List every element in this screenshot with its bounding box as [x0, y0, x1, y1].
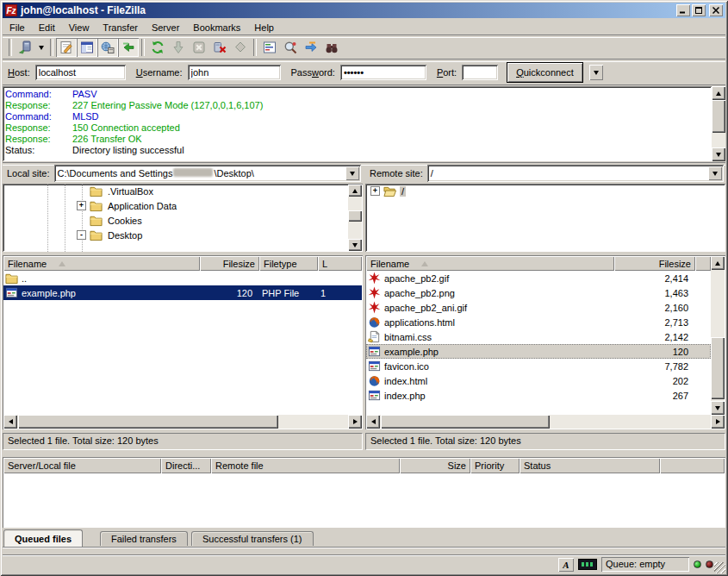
local-horizontal-scrollbar[interactable] — [3, 415, 362, 429]
remote-horizontal-scrollbar[interactable] — [366, 415, 725, 429]
tree-item-root[interactable]: +/ — [365, 184, 725, 198]
column-header-last-modified[interactable]: L — [318, 256, 362, 271]
toggle-message-log-button[interactable] — [56, 38, 77, 57]
menu-server[interactable]: Server — [145, 21, 186, 34]
local-tree-scrollbar[interactable] — [348, 185, 362, 251]
remote-site-dropdown-button[interactable] — [708, 166, 722, 180]
quickconnect-dropdown-button[interactable] — [589, 65, 603, 80]
column-header-status[interactable]: Status — [520, 458, 660, 473]
scroll-up-button[interactable] — [712, 86, 725, 100]
scroll-up-button[interactable] — [348, 185, 362, 197]
menu-transfer[interactable]: Transfer — [96, 21, 145, 34]
local-site-dropdown-button[interactable] — [345, 166, 359, 180]
scroll-right-button[interactable] — [711, 415, 725, 429]
cancel-operation-button[interactable] — [189, 38, 209, 57]
directory-comparison-button[interactable] — [280, 38, 301, 57]
menu-view[interactable]: View — [62, 21, 96, 34]
disconnect-button[interactable] — [209, 38, 230, 57]
scrollbar-thumb[interactable] — [18, 415, 278, 429]
column-header-filesize[interactable]: Filesize — [614, 256, 695, 271]
column-header-server-local-file[interactable]: Server/Local file — [3, 458, 161, 473]
password-input[interactable] — [340, 65, 426, 80]
toggle-remote-tree-button[interactable] — [97, 38, 118, 57]
port-input[interactable] — [462, 65, 498, 80]
scroll-down-button[interactable] — [711, 401, 725, 415]
menu-file[interactable]: File — [3, 21, 32, 34]
php-file-icon — [368, 389, 381, 402]
menu-help[interactable]: Help — [247, 21, 281, 34]
refresh-button[interactable] — [147, 38, 168, 57]
transfer-queue[interactable]: Server/Local file Directi... Remote file… — [3, 457, 725, 528]
reconnect-button[interactable] — [230, 38, 251, 57]
tab-successful-transfers[interactable]: Successful transfers (1) — [191, 531, 314, 546]
scrollbar-thumb[interactable] — [711, 337, 725, 399]
file-row[interactable]: applications.html2,713 — [366, 315, 711, 329]
file-row-example-php[interactable]: example.php120 — [366, 344, 711, 359]
file-row[interactable]: favicon.ico7,782 — [366, 359, 711, 373]
column-header-size[interactable]: Size — [400, 458, 470, 473]
arrow-right-icon — [716, 419, 720, 424]
site-manager-dropdown-button[interactable] — [35, 38, 47, 57]
file-row[interactable]: index.php267 — [366, 388, 711, 403]
tree-expander-minus[interactable]: - — [77, 230, 86, 240]
minimize-button[interactable] — [676, 4, 690, 16]
menu-bookmarks[interactable]: Bookmarks — [186, 21, 247, 34]
tree-item-virtualbox[interactable]: .VirtualBox — [3, 184, 363, 198]
message-log-content[interactable]: Command:PASV Response:227 Entering Passi… — [3, 86, 712, 161]
column-header-direction[interactable]: Directi... — [161, 458, 211, 473]
tree-expander-plus[interactable]: + — [370, 186, 380, 196]
local-site-combo[interactable]: C:\Documents and Settings\Desktop\ — [54, 165, 361, 182]
filters-button[interactable] — [259, 38, 280, 57]
scroll-right-button[interactable] — [348, 415, 362, 429]
app-icon[interactable]: Fz — [5, 4, 17, 16]
file-row[interactable]: apache_pb2_ani.gif2,160 — [366, 300, 711, 315]
tree-item-application-data[interactable]: +Application Data — [3, 198, 363, 213]
process-queue-button[interactable] — [168, 38, 189, 57]
scrollbar-thumb[interactable] — [348, 210, 362, 222]
tree-expander-plus[interactable]: + — [77, 201, 86, 210]
scroll-left-button[interactable] — [3, 415, 17, 429]
file-row[interactable]: bitnami.css2,142 — [366, 329, 711, 344]
remote-vertical-scrollbar[interactable] — [711, 256, 725, 415]
tree-item-cookies[interactable]: Cookies — [3, 213, 363, 228]
toggle-queue-button[interactable] — [118, 38, 139, 57]
tab-queued-files[interactable]: Queued files — [3, 529, 83, 547]
toggle-local-tree-button[interactable] — [77, 38, 97, 57]
find-files-button[interactable] — [321, 38, 342, 57]
remote-site-combo[interactable]: / — [427, 165, 724, 182]
synchronized-browsing-button[interactable] — [301, 38, 321, 57]
speed-limits-icon[interactable] — [578, 559, 597, 570]
host-input[interactable] — [35, 65, 126, 80]
data-type-indicator[interactable]: A — [558, 558, 574, 572]
username-input[interactable] — [188, 65, 281, 80]
maximize-button[interactable] — [692, 4, 706, 16]
file-row[interactable]: index.html202 — [366, 373, 711, 388]
tab-failed-transfers[interactable]: Failed transfers — [100, 531, 188, 546]
column-header-filetype[interactable]: Filetype — [259, 256, 318, 271]
log-scrollbar[interactable] — [712, 86, 725, 161]
close-button[interactable] — [709, 4, 723, 16]
file-row[interactable]: apache_pb2.png1,463 — [366, 285, 711, 300]
tree-item-desktop[interactable]: -Desktop — [3, 228, 363, 242]
scroll-down-button[interactable] — [712, 147, 725, 161]
scrollbar-thumb[interactable] — [381, 415, 550, 429]
column-header-filename[interactable]: Filename — [3, 256, 200, 271]
column-header-filesize[interactable]: Filesize — [200, 256, 259, 271]
scrollbar-thumb[interactable] — [712, 100, 725, 133]
column-header-filename[interactable]: Filename — [366, 256, 614, 271]
remote-directory-tree[interactable]: +/ — [365, 184, 725, 252]
local-list-header: Filename Filesize Filetype L — [3, 256, 362, 271]
local-directory-tree[interactable]: .VirtualBox +Application Data Cookies -D… — [3, 184, 363, 252]
site-manager-button[interactable] — [15, 38, 35, 57]
file-row[interactable]: apache_pb2.gif2,414 — [366, 271, 711, 285]
resize-grip[interactable] — [714, 562, 725, 573]
scroll-up-button[interactable] — [711, 256, 725, 270]
quickconnect-button[interactable]: Quickconnect — [507, 62, 583, 83]
scroll-left-button[interactable] — [366, 415, 380, 429]
scroll-down-button[interactable] — [348, 239, 362, 251]
column-header-remote-file[interactable]: Remote file — [211, 458, 400, 473]
column-header-priority[interactable]: Priority — [470, 458, 520, 473]
menu-edit[interactable]: Edit — [32, 21, 62, 34]
file-row-example-php[interactable]: example.php 120 PHP File 1 — [3, 285, 362, 300]
file-row-parent-dir[interactable]: .. — [3, 271, 362, 285]
